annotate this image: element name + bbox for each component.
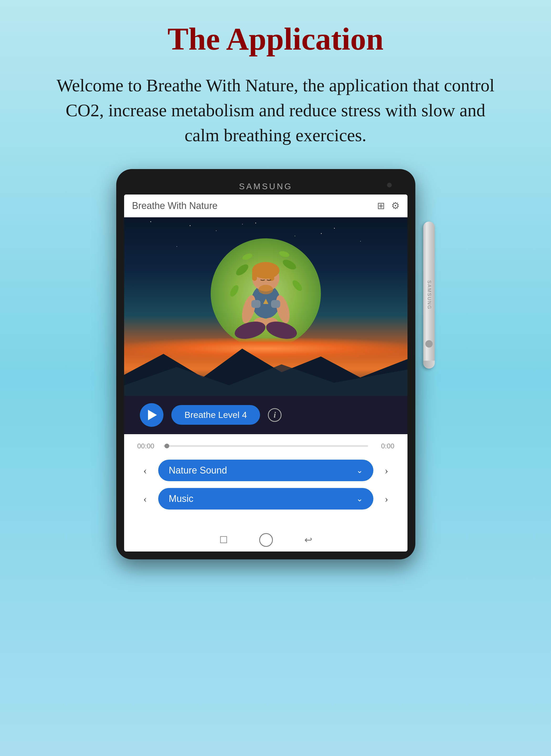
tablet-container: SAMSUNG Breathe With Nature ⊞ ⚙: [92, 169, 459, 559]
left-arrow-icon: ‹: [143, 464, 147, 476]
nature-sound-next-button[interactable]: ›: [379, 462, 394, 478]
music-prev-button[interactable]: ‹: [137, 491, 153, 507]
mountains-silhouette: [124, 343, 408, 396]
tablet-screen: Breathe With Nature ⊞ ⚙: [124, 195, 408, 551]
svg-rect-10: [269, 270, 274, 281]
progress-track[interactable]: [163, 445, 368, 447]
time-end: 0:00: [373, 442, 394, 450]
music-chevron-icon: ⌄: [356, 494, 363, 503]
toolbar-icons: ⊞ ⚙: [377, 200, 400, 211]
spen-label: SAMSUNG: [426, 280, 432, 310]
meditation-scene: [124, 217, 408, 396]
square-nav-icon[interactable]: ☐: [219, 534, 228, 545]
nature-sound-label: Nature Sound: [169, 465, 227, 476]
nature-sound-row: ‹ Nature Sound ⌄ ›: [137, 460, 394, 481]
time-start: 00:00: [137, 442, 158, 450]
svg-point-4: [242, 252, 253, 261]
svg-point-5: [279, 250, 290, 258]
svg-point-0: [234, 262, 250, 277]
bottom-nav-bar: ☐ ↩: [124, 527, 408, 551]
samsung-logo: SAMSUNG: [239, 181, 293, 192]
svg-rect-20: [271, 300, 280, 308]
tablet-device: SAMSUNG Breathe With Nature ⊞ ⚙: [116, 169, 415, 559]
page-title: The Application: [0, 0, 551, 57]
app-toolbar: Breathe With Nature ⊞ ⚙: [124, 195, 408, 217]
meditating-person: [224, 249, 308, 349]
play-button[interactable]: [140, 403, 163, 427]
info-icon: i: [273, 410, 276, 420]
svg-rect-19: [251, 300, 260, 308]
progress-dot: [164, 444, 169, 448]
tablet-camera: [387, 183, 392, 187]
page-subtitle: Welcome to Breathe With Nature, the appl…: [0, 57, 551, 169]
control-bar: Breathe Level 4 i: [124, 396, 408, 434]
music-row: ‹ Music ⌄ ›: [137, 488, 394, 509]
music-dropdown[interactable]: Music ⌄: [158, 488, 373, 509]
home-nav-button[interactable]: [259, 533, 273, 547]
tablet-top-bar: SAMSUNG: [124, 177, 408, 195]
nature-sound-prev-button[interactable]: ‹: [137, 462, 153, 478]
music-right-arrow-icon: ›: [385, 492, 388, 505]
spen-button: [425, 340, 433, 348]
right-arrow-icon: ›: [385, 464, 388, 476]
grid-icon[interactable]: ⊞: [377, 200, 385, 211]
music-label: Music: [169, 493, 193, 504]
svg-point-11: [258, 285, 273, 294]
chevron-down-icon: ⌄: [356, 466, 363, 475]
nature-sound-dropdown[interactable]: Nature Sound ⌄: [158, 460, 373, 481]
play-icon: [148, 410, 157, 420]
info-button[interactable]: i: [268, 408, 282, 422]
svg-point-3: [291, 279, 304, 292]
level-badge: Breathe Level 4: [171, 405, 260, 425]
music-left-arrow-icon: ‹: [143, 492, 147, 505]
svg-point-2: [228, 284, 240, 298]
svg-point-1: [281, 258, 298, 271]
s-pen: SAMSUNG: [423, 222, 435, 369]
back-nav-icon[interactable]: ↩: [305, 534, 312, 545]
app-title: Breathe With Nature: [132, 200, 217, 211]
progress-bar-row: 00:00 0:00: [137, 442, 394, 450]
svg-rect-9: [252, 270, 257, 281]
music-next-button[interactable]: ›: [379, 491, 394, 507]
settings-icon[interactable]: ⚙: [391, 200, 400, 211]
bottom-panel: 00:00 0:00 ‹ Nature Sound ⌄: [124, 434, 408, 527]
spen-tip: [423, 361, 435, 369]
